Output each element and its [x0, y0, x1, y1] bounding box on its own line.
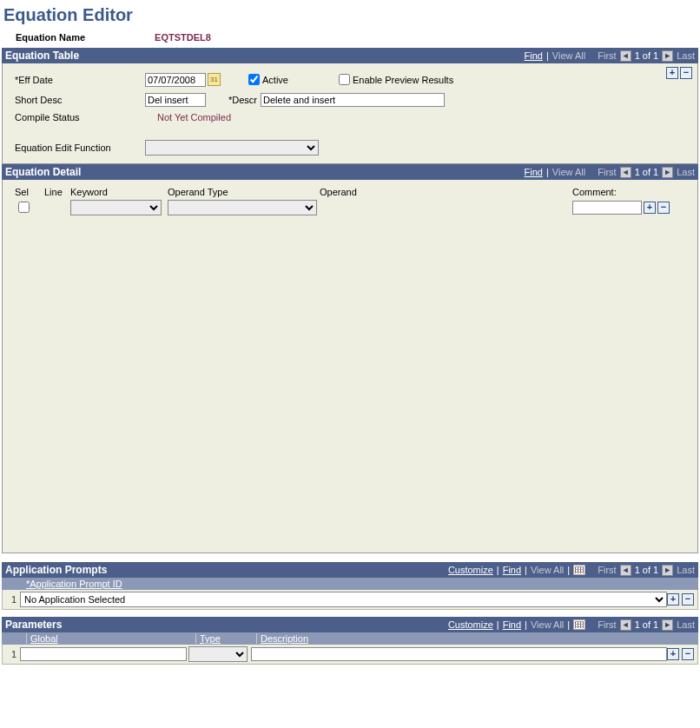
detail-delete-row-button[interactable]: −: [657, 202, 670, 214]
param-next-button[interactable]: ►: [662, 619, 673, 631]
col-operand-type-header: Operand Type: [168, 187, 320, 197]
param-customize-link[interactable]: Customize: [448, 619, 493, 630]
appprompt-last-label: Last: [677, 565, 695, 575]
active-checkbox[interactable]: [248, 74, 260, 85]
param-grid-icon[interactable]: [573, 619, 585, 630]
detail-operand-type-select[interactable]: [168, 200, 317, 215]
col-operand-header: Operand: [320, 187, 572, 197]
param-col-description[interactable]: Description: [256, 633, 653, 644]
appprompt-grid-icon[interactable]: [573, 565, 585, 575]
param-col-type[interactable]: Type: [195, 633, 256, 644]
equation-name-value: EQTSTDEL8: [155, 32, 211, 43]
param-add-row-button[interactable]: +: [667, 648, 679, 660]
equation-table-bar: Equation Table Find | View All First ◄ 1…: [2, 48, 698, 63]
compile-status-value: Not Yet Compiled: [157, 112, 231, 122]
eqtable-delete-row-button[interactable]: −: [680, 67, 692, 79]
calendar-icon[interactable]: 31: [208, 73, 221, 86]
eqtable-viewall-link[interactable]: View All: [552, 50, 585, 61]
equation-name-label: Equation Name: [16, 32, 85, 43]
appprompt-find-link[interactable]: Find: [503, 565, 521, 575]
eqtable-add-row-button[interactable]: +: [666, 67, 678, 79]
param-col-global[interactable]: Global: [26, 633, 195, 644]
eff-date-input[interactable]: [145, 73, 206, 87]
application-prompts-title: Application Prompts: [5, 564, 107, 576]
equation-edit-function-label: Equation Edit Function: [15, 142, 145, 153]
param-first-label: First: [598, 619, 616, 630]
appprompt-delete-row-button[interactable]: −: [682, 593, 694, 606]
appprompt-add-row-button[interactable]: +: [667, 593, 679, 606]
parameters-bar: Parameters Customize | Find | View All |…: [2, 617, 698, 632]
eqtable-find-link[interactable]: Find: [525, 50, 543, 61]
appprompt-first-label: First: [598, 565, 616, 575]
detail-keyword-select[interactable]: [70, 200, 162, 215]
equation-table-panel: + − Eff Date 31 Active Enable Preview Re…: [2, 63, 698, 164]
descr-label: *Descr: [228, 95, 257, 105]
short-desc-input[interactable]: [145, 93, 206, 107]
application-prompts-subheader: *Application Prompt ID: [2, 578, 698, 590]
eqtable-next-button[interactable]: ►: [662, 50, 673, 62]
equation-detail-bar: Equation Detail Find | View All First ◄ …: [2, 164, 698, 180]
appprompt-next-button[interactable]: ►: [662, 565, 673, 576]
eqdetail-count: 1 of 1: [635, 167, 659, 177]
eqdetail-prev-button[interactable]: ◄: [620, 167, 631, 178]
detail-comment-input[interactable]: [572, 201, 642, 215]
equation-name-row: Equation Name EQTSTDEL8: [2, 29, 698, 48]
appprompt-prev-button[interactable]: ◄: [620, 565, 631, 576]
equation-detail-panel: Sel Line Keyword Operand Type Operand Co…: [2, 180, 698, 553]
application-prompts-bar: Application Prompts Customize | Find | V…: [2, 562, 698, 578]
eqdetail-first-label: First: [598, 167, 616, 177]
param-last-label: Last: [677, 619, 695, 630]
col-sel-header: Sel: [15, 187, 44, 197]
eqdetail-next-button[interactable]: ►: [662, 167, 673, 178]
param-find-link[interactable]: Find: [503, 619, 521, 630]
param-count: 1 of 1: [635, 619, 659, 630]
appprompt-row-num: 1: [4, 594, 20, 605]
param-description-input[interactable]: [251, 647, 667, 661]
parameter-row: 1 + −: [2, 645, 698, 665]
page-title: Equation Editor: [2, 2, 698, 29]
appprompt-select[interactable]: No Application Selected: [20, 592, 667, 607]
application-prompt-row: 1 No Application Selected + −: [2, 590, 698, 610]
compile-status-label: Compile Status: [15, 112, 145, 122]
equation-edit-function-select[interactable]: [145, 140, 319, 156]
param-delete-row-button[interactable]: −: [682, 648, 694, 660]
detail-sel-checkbox[interactable]: [18, 202, 30, 213]
eqtable-last-label: Last: [677, 50, 695, 61]
param-viewall-link[interactable]: View All: [531, 619, 564, 630]
appprompt-count: 1 of 1: [635, 565, 659, 575]
param-type-select[interactable]: [188, 646, 248, 662]
appprompt-viewall-link[interactable]: View All: [531, 565, 564, 575]
eqdetail-last-label: Last: [677, 167, 695, 177]
col-comment-header: Comment:: [572, 187, 685, 197]
param-prev-button[interactable]: ◄: [620, 619, 631, 631]
eqdetail-find-link[interactable]: Find: [525, 167, 543, 177]
eqtable-first-label: First: [598, 50, 616, 61]
detail-add-row-button[interactable]: +: [644, 202, 656, 214]
equation-table-title: Equation Table: [5, 50, 79, 62]
eqdetail-viewall-link[interactable]: View All: [552, 167, 585, 177]
appprompt-col-label[interactable]: *Application Prompt ID: [26, 579, 653, 589]
eqtable-count: 1 of 1: [635, 50, 659, 61]
equation-detail-title: Equation Detail: [5, 166, 81, 178]
enable-preview-label: Enable Preview Results: [353, 75, 453, 85]
eqtable-prev-button[interactable]: ◄: [620, 50, 631, 62]
col-keyword-header: Keyword: [70, 187, 168, 197]
enable-preview-checkbox[interactable]: [339, 74, 350, 85]
parameters-title: Parameters: [5, 619, 62, 631]
appprompt-customize-link[interactable]: Customize: [448, 565, 493, 575]
col-line-header: Line: [44, 187, 70, 197]
param-row-num: 1: [4, 649, 20, 659]
active-label: Active: [262, 75, 288, 85]
eff-date-label: Eff Date: [15, 75, 145, 85]
short-desc-label: Short Desc: [15, 95, 145, 105]
param-global-input[interactable]: [20, 647, 187, 661]
descr-input[interactable]: [261, 93, 445, 107]
parameters-subheader: Global Type Description: [2, 632, 698, 645]
